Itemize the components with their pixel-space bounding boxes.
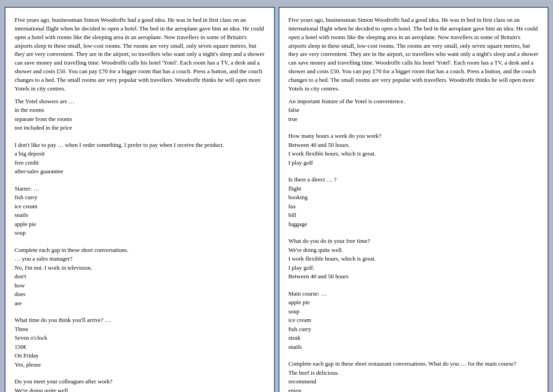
left-q1-label: The Yotel showers are … [15, 97, 265, 106]
left-passage: Five years ago, businessman Simon Woodro… [15, 16, 265, 93]
right-q5: Main course: … apple pie soup ice cream … [289, 289, 539, 352]
left-q3-opt4: apple pie [15, 220, 265, 229]
left-q3-opt3: snails [15, 211, 265, 220]
right-q4: What do you do in your free time? We're … [289, 236, 539, 281]
left-q3-label: Starter: … [15, 184, 265, 193]
right-q5-opt2: soup [289, 307, 539, 316]
left-q2: I don't like to pay … when I order somet… [15, 141, 265, 176]
right-panel: Five years ago, businessman Simon Woodro… [279, 7, 549, 392]
right-q5-label: Main course: … [289, 289, 539, 298]
right-q2-opt3: I play golf [289, 158, 539, 167]
right-q3: Is there a direct … ? flight booking fax… [289, 175, 539, 228]
left-q1-opt3: not included in the price [15, 123, 265, 132]
left-q1-opt2: separate from the rooms [15, 115, 265, 124]
left-q4-opt4: are [15, 299, 265, 308]
right-q5-opt5: steak [289, 333, 539, 342]
left-q5-opt3: 150€ [15, 342, 265, 352]
right-q6-opt1: recommend [289, 377, 539, 386]
left-q2-opt3: after-sales guarantee [15, 167, 265, 176]
right-q2-label: How many hours a week do you work? [289, 131, 539, 141]
right-q4-label: What do you do in your free time? [289, 236, 539, 246]
right-q6-opt2: enjoy [289, 386, 539, 392]
left-q2-opt1: a big deposit [15, 149, 265, 158]
right-q3-opt2: booking [289, 193, 539, 202]
left-q1: The Yotel showers are … in the rooms sep… [15, 97, 265, 132]
right-q1-label: An important feature of the Yotel is con… [289, 97, 539, 106]
right-q3-opt5: luggage [289, 220, 539, 229]
right-q2: How many hours a week do you work? Betwe… [289, 131, 539, 167]
right-q6-sub: The beef is delicious. [289, 368, 539, 377]
left-q4: Complete each gap in these short convers… [15, 246, 265, 308]
left-q5-opt5: Yes, please [15, 360, 265, 369]
right-q4-opt1: We're doing quite well. [289, 246, 539, 255]
left-q5-opt1: Three [15, 325, 265, 334]
right-q4-opt2: I work flexible hours, which is great. [289, 254, 539, 263]
left-passage-text: Five years ago, businessman Simon Woodro… [15, 16, 265, 93]
left-q6-label: Do you meet your colleagues after work? [15, 377, 265, 386]
right-q6-label: Complete each gap in these short restaur… [289, 359, 539, 368]
right-q4-opt3: I play golf. [289, 263, 539, 272]
left-q4-ans: No, I'm not. I work in television. [15, 263, 265, 272]
right-q1-opt2: true [289, 115, 539, 124]
left-q4-opt3: does [15, 290, 265, 299]
right-q3-label: Is there a direct … ? [289, 175, 539, 184]
left-q3-opt1: fish curry [15, 193, 265, 202]
left-q1-opt1: in the rooms [15, 106, 265, 115]
left-q6-opt1: We're doing quite well. [15, 386, 265, 392]
right-q6: Complete each gap in these short restaur… [289, 359, 539, 392]
right-q3-opt3: fax [289, 202, 539, 211]
left-q4-opt2: how [15, 281, 265, 290]
right-passage: Five years ago, businessman Simon Woodro… [289, 16, 539, 93]
left-panel: Five years ago, businessman Simon Woodro… [5, 7, 275, 392]
left-q4-opt1: don't [15, 272, 265, 281]
left-q3-opt2: ice cream [15, 202, 265, 211]
right-q1-opt1: false [289, 106, 539, 115]
left-q5: What time do you think you'll arrive? … … [15, 316, 265, 369]
right-q3-opt4: bill [289, 211, 539, 220]
right-q2-opt1: Between 40 and 50 hours. [289, 141, 539, 150]
right-q5-opt4: fish curry [289, 325, 539, 334]
right-q5-opt1: apple pie [289, 298, 539, 307]
left-q5-label: What time do you think you'll arrive? … [15, 316, 265, 325]
right-passage-text: Five years ago, businessman Simon Woodro… [289, 16, 539, 93]
right-q5-opt3: ice cream [289, 316, 539, 325]
left-q4-label: Complete each gap in these short convers… [15, 246, 265, 255]
left-q2-label: I don't like to pay … when I order somet… [15, 141, 265, 150]
left-q6: Do you meet your colleagues after work? … [15, 377, 265, 392]
right-q5-opt6: snails [289, 342, 539, 352]
page-container: Five years ago, businessman Simon Woodro… [5, 7, 548, 392]
left-q2-opt2: free credit [15, 158, 265, 167]
right-q4-opt4: Between 40 and 50 hours [289, 272, 539, 281]
left-q4-sub: … you a sales manager? [15, 254, 265, 263]
left-q5-opt2: Seven o'clock [15, 333, 265, 342]
right-q1: An important feature of the Yotel is con… [289, 97, 539, 124]
left-q3: Starter: … fish curry ice cream snails a… [15, 184, 265, 237]
left-q3-opt5: soup [15, 228, 265, 237]
right-q3-opt1: flight [289, 184, 539, 193]
right-q2-opt2: I work flexible hours, which is great. [289, 149, 539, 158]
left-q5-opt4: On Friday [15, 351, 265, 360]
